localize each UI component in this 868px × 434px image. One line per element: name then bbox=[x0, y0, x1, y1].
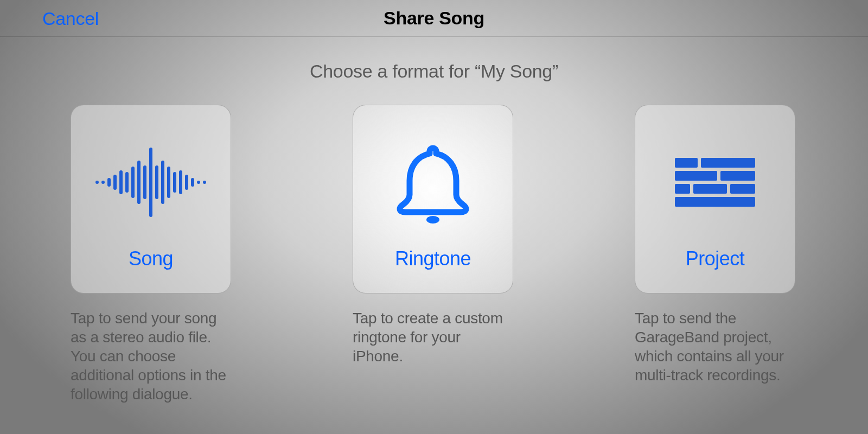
project-description: Tap to send the GarageBand project, whic… bbox=[635, 309, 795, 385]
bell-icon bbox=[387, 128, 479, 237]
tracks-icon bbox=[675, 128, 755, 237]
waveform-icon bbox=[95, 128, 206, 237]
page-title: Share Song bbox=[384, 8, 484, 29]
ringtone-card[interactable]: Ringtone bbox=[353, 105, 513, 293]
format-options: Song Tap to send your song as a stereo a… bbox=[0, 105, 868, 404]
song-label: Song bbox=[129, 247, 173, 270]
ringtone-label: Ringtone bbox=[395, 247, 471, 270]
project-label: Project bbox=[686, 247, 745, 270]
svg-point-0 bbox=[426, 216, 439, 224]
song-card[interactable]: Song bbox=[71, 105, 231, 293]
header-bar: Cancel Share Song bbox=[0, 0, 868, 37]
song-description: Tap to send your song as a stereo audio … bbox=[71, 309, 231, 404]
option-project: Project Tap to send the GarageBand proje… bbox=[635, 105, 797, 404]
ringtone-description: Tap to create a custom ringtone for your… bbox=[353, 309, 513, 366]
subtitle-text: Choose a format for “My Song” bbox=[0, 61, 868, 82]
option-song: Song Tap to send your song as a stereo a… bbox=[71, 105, 233, 404]
project-card[interactable]: Project bbox=[635, 105, 795, 293]
cancel-button[interactable]: Cancel bbox=[42, 8, 99, 29]
option-ringtone: Ringtone Tap to create a custom ringtone… bbox=[353, 105, 515, 404]
